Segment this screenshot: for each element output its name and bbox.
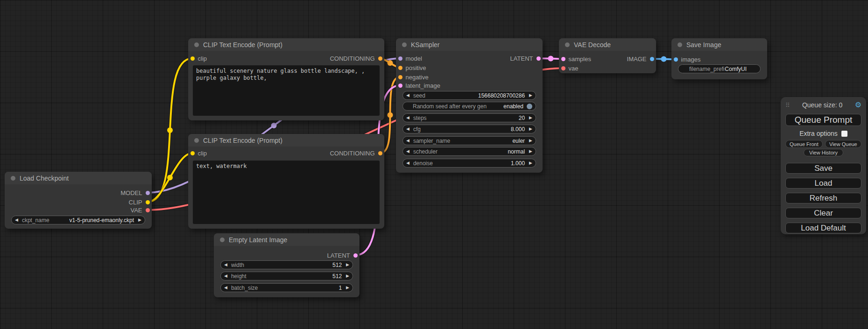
widget-increment-icon[interactable]: ▶	[346, 263, 349, 267]
node-title-bar[interactable]: Save Image	[671, 38, 767, 51]
widget-decrement-icon[interactable]: ◀	[224, 286, 227, 290]
widget-height[interactable]: ◀height512▶	[220, 272, 353, 280]
widget-decrement-icon[interactable]: ◀	[224, 274, 227, 278]
node-collapse-dot-icon[interactable]	[194, 42, 199, 47]
node-ksampler[interactable]: KSamplermodelpositivenegativelatent_imag…	[396, 38, 543, 173]
widget-sampler-name[interactable]: ◀sampler_nameeuler▶	[402, 136, 536, 145]
slot-dot-icon[interactable]	[146, 191, 150, 195]
widget-value: enabled	[503, 103, 523, 110]
widget-decrement-icon[interactable]: ◀	[406, 116, 409, 120]
widget-decrement-icon[interactable]: ◀	[406, 161, 409, 165]
node-title-bar[interactable]: CLIP Text Encode (Prompt)	[188, 38, 384, 51]
slot-dot-icon[interactable]	[650, 57, 654, 61]
node-collapse-dot-icon[interactable]	[11, 176, 15, 181]
slot-dot-icon[interactable]	[353, 253, 358, 258]
node-title-bar[interactable]: KSampler	[396, 38, 543, 51]
node-title-bar[interactable]: CLIP Text Encode (Prompt)	[188, 134, 384, 147]
widget-decrement-icon[interactable]: ◀	[406, 149, 409, 154]
widget-batch-size[interactable]: ◀batch_size1▶	[220, 283, 353, 292]
widget-decrement-icon[interactable]: ◀	[406, 93, 409, 98]
widget-decrement-icon[interactable]: ◀	[224, 263, 227, 267]
widget-increment-icon[interactable]: ▶	[529, 127, 532, 131]
slot-dot-icon[interactable]	[536, 56, 541, 61]
node-title-bar[interactable]: Empty Latent Image	[214, 233, 360, 246]
slot-dot-icon[interactable]	[378, 151, 382, 155]
widget-decrement-icon[interactable]: ◀	[406, 139, 409, 143]
queue-prompt-button[interactable]: Queue Prompt	[785, 114, 861, 126]
node-empty-latent-image[interactable]: Empty Latent ImageLATENT◀width512▶◀heigh…	[214, 233, 360, 297]
node-collapse-dot-icon[interactable]	[220, 238, 225, 242]
widget-increment-icon[interactable]: ▶	[529, 149, 532, 154]
queue-front-button[interactable]: Queue Front	[785, 140, 823, 148]
node-clip-text-encode-negative[interactable]: CLIP Text Encode (Prompt)clipCONDITIONIN…	[188, 134, 384, 229]
node-load-checkpoint[interactable]: Load CheckpointMODELCLIPVAE◀ckpt_namev1-…	[5, 172, 152, 229]
widget-increment-icon[interactable]: ▶	[138, 218, 141, 222]
view-queue-button[interactable]: View Queue	[825, 140, 861, 148]
widget-value: 512	[332, 273, 342, 280]
extra-options-checkbox[interactable]	[841, 131, 847, 137]
widget-seed[interactable]: ◀seed156680208700286▶	[402, 91, 536, 100]
prompt-textarea[interactable]: beautiful scenery nature glass bottle la…	[193, 65, 380, 116]
slot-dot-icon[interactable]	[398, 66, 402, 70]
widget-increment-icon[interactable]: ▶	[529, 116, 532, 120]
node-clip-text-encode-positive[interactable]: CLIP Text Encode (Prompt)clipCONDITIONIN…	[188, 38, 384, 120]
input-slot-clip: clip	[188, 149, 207, 157]
slot-dot-icon[interactable]	[398, 56, 402, 61]
slot-dot-icon[interactable]	[146, 208, 150, 212]
view-history-button[interactable]: View History	[804, 149, 843, 156]
node-title-bar[interactable]: Load Checkpoint	[5, 172, 152, 184]
input-slot-negative: negative	[396, 73, 429, 81]
widget-width[interactable]: ◀width512▶	[220, 260, 353, 269]
node-save-image[interactable]: Save Imageimagesfilename_prefixComfyUI	[671, 38, 767, 79]
widget-increment-icon[interactable]: ▶	[346, 274, 349, 278]
save-button[interactable]: Save	[785, 163, 861, 174]
slot-dot-icon[interactable]	[561, 57, 565, 61]
node-collapse-dot-icon[interactable]	[565, 42, 570, 47]
output-slot-image: IMAGE	[627, 55, 656, 63]
widget-increment-icon[interactable]: ▶	[529, 161, 532, 165]
widget-increment-icon[interactable]: ▶	[529, 93, 532, 98]
widget-random-seed-after-every-gen[interactable]: Random seed after every genenabled	[402, 102, 536, 111]
node-vae-decode[interactable]: VAE DecodesamplesvaeIMAGE	[559, 38, 656, 73]
widget-label: filename_prefix	[689, 66, 725, 72]
output-slot-latent: LATENT	[510, 55, 543, 62]
node-collapse-dot-icon[interactable]	[677, 42, 682, 47]
widget-increment-icon[interactable]: ▶	[529, 139, 532, 143]
widget-scheduler[interactable]: ◀schedulernormal▶	[402, 147, 536, 156]
slot-label: model	[406, 55, 422, 62]
slot-dot-icon[interactable]	[561, 66, 565, 70]
widget-cfg[interactable]: ◀cfg8.000▶	[402, 125, 536, 133]
slot-label: latent_image	[406, 82, 440, 89]
slot-label: MODEL	[120, 189, 142, 196]
slot-dot-icon[interactable]	[146, 200, 150, 204]
comfyui-canvas[interactable]: Load CheckpointMODELCLIPVAE◀ckpt_namev1-…	[0, 0, 868, 329]
widget-label: seed	[413, 92, 478, 99]
slot-label: vae	[569, 65, 579, 72]
slot-dot-icon[interactable]	[378, 56, 382, 61]
node-collapse-dot-icon[interactable]	[402, 42, 407, 47]
widget-steps[interactable]: ◀steps20▶	[402, 113, 536, 122]
widget-decrement-icon[interactable]: ◀	[406, 127, 409, 131]
load-default-button[interactable]: Load Default	[785, 223, 861, 233]
node-collapse-dot-icon[interactable]	[194, 138, 199, 143]
load-button[interactable]: Load	[785, 178, 861, 189]
slot-dot-icon[interactable]	[191, 56, 195, 61]
slot-dot-icon[interactable]	[398, 84, 402, 88]
slot-dot-icon[interactable]	[674, 57, 678, 62]
panel-drag-handle-icon[interactable]: ⠿	[785, 102, 790, 109]
slot-dot-icon[interactable]	[398, 75, 402, 79]
slot-label: LATENT	[327, 252, 350, 259]
widget-filename-prefix[interactable]: filename_prefixComfyUI	[678, 64, 761, 73]
clear-button[interactable]: Clear	[785, 208, 861, 218]
refresh-button[interactable]: Refresh	[785, 193, 861, 203]
node-title-bar[interactable]: VAE Decode	[559, 38, 656, 51]
settings-gear-icon[interactable]: ⚙	[855, 101, 861, 109]
widget-decrement-icon[interactable]: ◀	[15, 218, 18, 222]
prompt-textarea[interactable]: text, watermark	[193, 161, 380, 224]
widget-value: 512	[332, 262, 342, 268]
slot-dot-icon[interactable]	[191, 151, 195, 155]
widget-increment-icon[interactable]: ▶	[346, 286, 349, 290]
widget-denoise[interactable]: ◀denoise1.000▶	[402, 159, 536, 168]
widget-ckpt-name[interactable]: ◀ckpt_namev1-5-pruned-emaonly.ckpt▶	[11, 216, 145, 224]
toggle-knob-icon[interactable]	[527, 104, 532, 109]
